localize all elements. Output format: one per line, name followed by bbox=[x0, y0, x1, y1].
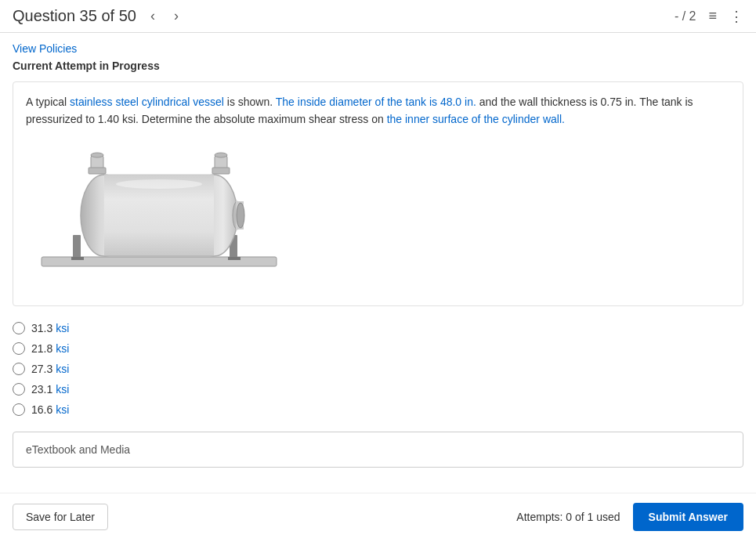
option-value-3: 27.3 bbox=[31, 363, 56, 375]
option-value-5: 16.6 bbox=[31, 403, 56, 416]
header-right: - / 2 ≡ ⋮ bbox=[675, 8, 743, 25]
option-radio-3[interactable] bbox=[13, 363, 25, 375]
option-value-2: 21.8 bbox=[31, 342, 56, 355]
header-left: Question 35 of 50 ‹ › bbox=[13, 6, 675, 26]
tank-illustration bbox=[26, 141, 292, 282]
attempts-text: Attempts: 0 of 1 used bbox=[516, 511, 620, 523]
etextbook-label: eTextbook and Media bbox=[26, 443, 130, 456]
option-item-3: 27.3 ksi bbox=[13, 363, 743, 375]
more-options-icon[interactable]: ⋮ bbox=[729, 8, 743, 25]
svg-rect-15 bbox=[212, 168, 230, 174]
svg-point-14 bbox=[215, 153, 227, 157]
svg-point-19 bbox=[116, 179, 202, 189]
question-title: Question 35 of 50 bbox=[13, 7, 136, 25]
submit-button[interactable]: Submit Answer bbox=[633, 503, 743, 531]
svg-point-18 bbox=[237, 203, 244, 228]
svg-rect-1 bbox=[73, 235, 81, 260]
option-label-4[interactable]: 23.1 ksi bbox=[31, 383, 69, 396]
footer-right: Attempts: 0 of 1 used Submit Answer bbox=[516, 503, 743, 531]
svg-rect-12 bbox=[89, 168, 106, 174]
option-value-4: 23.1 bbox=[31, 383, 56, 396]
answer-options: 31.3 ksi 21.8 ksi 27.3 ksi 23.1 ksi 16.6… bbox=[13, 322, 743, 416]
svg-point-11 bbox=[91, 153, 103, 157]
list-icon[interactable]: ≡ bbox=[708, 8, 717, 24]
footer: Save for Later Attempts: 0 of 1 used Sub… bbox=[0, 493, 756, 540]
option-radio-2[interactable] bbox=[13, 342, 25, 355]
question-text-static: A typical stainless steel cylindrical ve… bbox=[26, 96, 693, 125]
option-label-2[interactable]: 21.8 ksi bbox=[31, 342, 69, 355]
prev-button[interactable]: ‹ bbox=[146, 6, 160, 26]
save-later-button[interactable]: Save for Later bbox=[13, 504, 108, 530]
score-display: - / 2 bbox=[675, 9, 696, 23]
question-box: A typical stainless steel cylindrical ve… bbox=[13, 81, 743, 306]
tank-image-container bbox=[26, 141, 730, 282]
option-item-5: 16.6 ksi bbox=[13, 403, 743, 416]
option-label-1[interactable]: 31.3 ksi bbox=[31, 322, 69, 334]
svg-rect-2 bbox=[71, 257, 84, 260]
option-label-5[interactable]: 16.6 ksi bbox=[31, 403, 69, 416]
header: Question 35 of 50 ‹ › - / 2 ≡ ⋮ bbox=[0, 0, 756, 33]
etextbook-bar[interactable]: eTextbook and Media bbox=[13, 432, 743, 468]
svg-rect-4 bbox=[228, 257, 241, 260]
option-value-1: 31.3 bbox=[31, 322, 56, 334]
option-item-2: 21.8 ksi bbox=[13, 342, 743, 355]
option-radio-4[interactable] bbox=[13, 383, 25, 396]
option-radio-1[interactable] bbox=[13, 322, 25, 334]
option-item-4: 23.1 ksi bbox=[13, 383, 743, 396]
attempt-status: Current Attempt in Progress bbox=[13, 60, 743, 72]
option-radio-5[interactable] bbox=[13, 403, 25, 416]
view-policies-link[interactable]: View Policies bbox=[13, 42, 743, 55]
option-label-3[interactable]: 27.3 ksi bbox=[31, 363, 69, 375]
option-item-1: 31.3 ksi bbox=[13, 322, 743, 334]
main-content: View Policies Current Attempt in Progres… bbox=[0, 33, 756, 493]
next-button[interactable]: › bbox=[169, 6, 183, 26]
